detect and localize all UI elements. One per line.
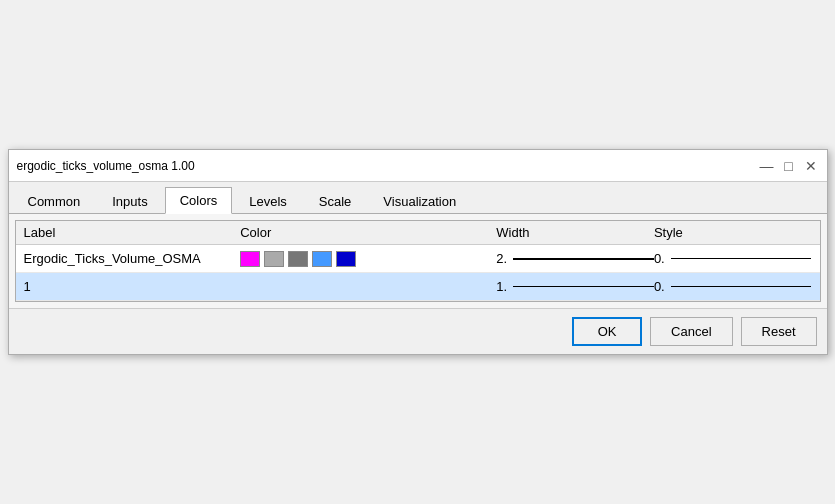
window-title: ergodic_ticks_volume_osma 1.00 [17, 159, 195, 173]
tab-visualization[interactable]: Visualization [368, 187, 471, 214]
tab-common[interactable]: Common [13, 187, 96, 214]
color-swatch-3[interactable] [288, 251, 308, 267]
close-button[interactable]: ✕ [803, 158, 819, 174]
color-swatch-4[interactable] [312, 251, 332, 267]
col-header-label: Label [24, 225, 241, 240]
row1-colors [240, 251, 496, 267]
row2-style: 0. [654, 279, 812, 294]
minimize-button[interactable]: — [759, 158, 775, 174]
row1-style: 0. [654, 251, 812, 266]
row1-style-line [671, 258, 812, 259]
row1-width: 2. [496, 251, 654, 266]
cancel-button[interactable]: Cancel [650, 317, 732, 346]
tab-scale[interactable]: Scale [304, 187, 367, 214]
reset-button[interactable]: Reset [741, 317, 817, 346]
row2-style-line [671, 286, 812, 287]
row2-label: 1 [24, 279, 241, 294]
row2-width-value: 1. [496, 279, 507, 294]
color-swatch-1[interactable] [240, 251, 260, 267]
row2-width: 1. [496, 279, 654, 294]
main-window: ergodic_ticks_volume_osma 1.00 — □ ✕ Com… [8, 149, 828, 355]
window-controls: — □ ✕ [759, 158, 819, 174]
color-swatch-2[interactable] [264, 251, 284, 267]
tab-levels[interactable]: Levels [234, 187, 302, 214]
row1-style-value: 0. [654, 251, 665, 266]
col-header-width: Width [496, 225, 654, 240]
col-header-style: Style [654, 225, 812, 240]
tab-inputs[interactable]: Inputs [97, 187, 162, 214]
tab-bar: Common Inputs Colors Levels Scale Visual… [9, 182, 827, 214]
table-header: Label Color Width Style [16, 221, 820, 245]
maximize-button[interactable]: □ [781, 158, 797, 174]
row2-style-value: 0. [654, 279, 665, 294]
row1-width-line [513, 258, 654, 260]
row2-width-line [513, 286, 654, 287]
table-row[interactable]: Ergodic_Ticks_Volume_OSMA 2. 0. [16, 245, 820, 273]
ok-button[interactable]: OK [572, 317, 642, 346]
col-header-color: Color [240, 225, 496, 240]
row1-width-value: 2. [496, 251, 507, 266]
content-area: Label Color Width Style Ergodic_Ticks_Vo… [15, 220, 821, 302]
table-row[interactable]: 1 1. 0. [16, 273, 820, 301]
row1-label: Ergodic_Ticks_Volume_OSMA [24, 251, 241, 266]
footer: OK Cancel Reset [9, 308, 827, 354]
tab-colors[interactable]: Colors [165, 187, 233, 214]
color-swatch-5[interactable] [336, 251, 356, 267]
title-bar: ergodic_ticks_volume_osma 1.00 — □ ✕ [9, 150, 827, 182]
